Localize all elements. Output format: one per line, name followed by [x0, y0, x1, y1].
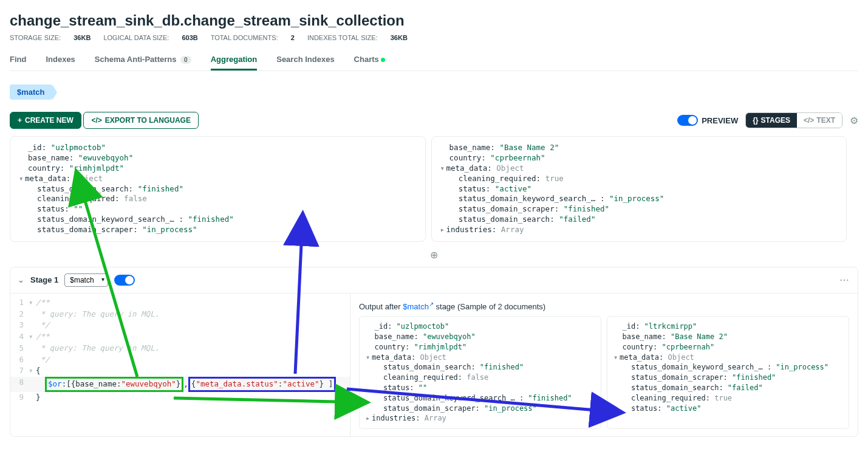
output-title: Output after $match↗ stage (Sample of 2 … [359, 301, 849, 311]
collection-header: change_stream_sink_db.change_stream_sink… [10, 0, 858, 76]
tab-bar: Find Indexes Schema Anti-Patterns 0 Aggr… [10, 50, 858, 71]
caret-down-icon[interactable]: ▾ [440, 163, 446, 174]
add-stage-button[interactable]: ⊕ [10, 247, 858, 263]
preview-toggle[interactable] [677, 115, 698, 126]
collection-stats: STORAGE SIZE: 36KB LOGICAL DATA SIZE: 60… [10, 34, 858, 41]
toolbar: +CREATE NEW </>EXPORT TO LANGUAGE PREVIE… [10, 108, 858, 136]
stage-header: ⌄ Stage 1 $match ⋯ [10, 267, 858, 294]
code-icon: </> [91, 116, 101, 125]
caret-down-icon[interactable]: ▾ [366, 352, 372, 363]
tab-find[interactable]: Find [10, 50, 26, 70]
output-doc-1: _id: "uzlpmoctob" base_name: "ewuvebqyoh… [359, 316, 601, 429]
chevron-down-icon[interactable]: ⌄ [18, 275, 24, 284]
external-link-icon: ↗ [429, 301, 434, 308]
sample-doc-1: _id: "uzlpmoctob" base_name: "ewuvebqyoh… [10, 136, 426, 242]
tab-indexes[interactable]: Indexes [46, 50, 75, 70]
output-doc-2: _id: "ltrkcmirpp" base_name: "Base Name … [607, 316, 849, 429]
export-button[interactable]: </>EXPORT TO LANGUAGE [83, 112, 198, 129]
schema-badge: 0 [180, 56, 191, 64]
plus-icon: + [18, 116, 22, 125]
stage-toggle[interactable] [114, 275, 135, 286]
tab-charts[interactable]: Charts [354, 50, 385, 70]
caret-right-icon[interactable]: ▸ [366, 413, 372, 424]
pipeline-pill-row: $match [10, 76, 858, 108]
create-new-button[interactable]: +CREATE NEW [10, 112, 81, 129]
view-segmented: {}STAGES </>TEXT [745, 112, 842, 128]
stage-operator-select[interactable]: $match [64, 273, 108, 287]
tab-schema[interactable]: Schema Anti-Patterns 0 [95, 50, 191, 70]
gear-icon[interactable]: ⚙ [850, 115, 858, 126]
stage-title: Stage 1 [30, 275, 58, 284]
text-view-button[interactable]: </>TEXT [797, 113, 842, 128]
stages-view-button[interactable]: {}STAGES [746, 113, 797, 128]
collection-title: change_stream_sink_db.change_stream_sink… [10, 12, 858, 29]
code-editor[interactable]: 1▾/** 2 * query: The query in MQL. 3 */ … [10, 294, 350, 436]
braces-icon: {} [753, 116, 758, 125]
tab-search-indexes[interactable]: Search Indexes [276, 50, 334, 70]
caret-right-icon[interactable]: ▸ [440, 225, 446, 235]
preview-label: PREVIEW [702, 116, 738, 125]
sample-doc-2: base_name: "Base Name 2" country: "cprbe… [431, 136, 847, 242]
output-pane: Output after $match↗ stage (Sample of 2 … [350, 294, 858, 436]
tab-aggregation[interactable]: Aggregation [211, 50, 258, 70]
charts-dot-icon [381, 58, 385, 62]
stage-pill-match[interactable]: $match [10, 84, 52, 100]
caret-down-icon[interactable]: ▾ [19, 174, 25, 184]
stage-panel: ⌄ Stage 1 $match ⋯ 1▾/** 2 * query: The … [10, 267, 858, 437]
code-icon: </> [804, 116, 814, 125]
more-icon[interactable]: ⋯ [839, 274, 850, 286]
caret-down-icon[interactable]: ▾ [613, 352, 620, 363]
match-doc-link[interactable]: $match↗ [403, 302, 434, 311]
sample-documents-row: _id: "uzlpmoctob" base_name: "ewuvebqyoh… [10, 136, 858, 242]
